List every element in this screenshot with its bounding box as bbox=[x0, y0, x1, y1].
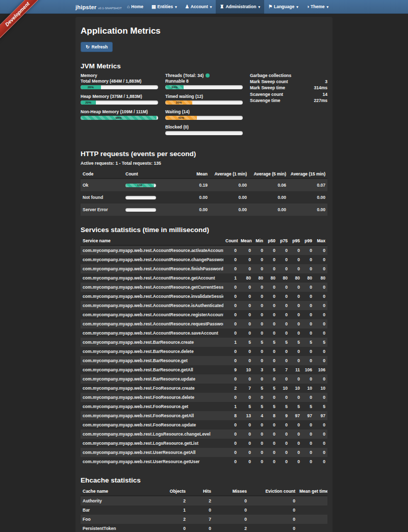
jvm-metrics-heading: JVM Metrics bbox=[81, 62, 327, 70]
nav-item-entities[interactable]: ▤Entities▾ bbox=[147, 0, 181, 14]
http-code-cell: Not found bbox=[81, 191, 123, 204]
service-value-cell: 0 bbox=[314, 255, 327, 264]
chevron-down-icon: ▾ bbox=[175, 0, 177, 14]
http-value-cell: 0.00 bbox=[210, 204, 249, 216]
nav-item-theme[interactable]: ◑Theme▾ bbox=[302, 0, 333, 14]
table-header: Cache nameObjectsHitsMissesEviction coun… bbox=[81, 487, 327, 496]
threads-column: Threads (Total: 34) Runnable 824%Timed w… bbox=[165, 73, 243, 140]
cache-name-cell: Foo bbox=[81, 515, 157, 524]
service-value-cell: 0 bbox=[223, 245, 239, 255]
service-value-cell: 5 bbox=[314, 338, 327, 347]
service-value-cell: 5 bbox=[265, 384, 277, 393]
table-row: com.mycompany.myapp.web.rest.UserResourc… bbox=[81, 457, 327, 466]
refresh-button[interactable]: ↻ Refresh bbox=[81, 42, 113, 52]
jvm-metric: Total Memory (484M / 1,883M)26% bbox=[81, 79, 158, 89]
http-value-cell: 0.00 bbox=[288, 204, 327, 216]
nav-item-language[interactable]: ⚑Language▾ bbox=[264, 0, 302, 14]
nav-item-administration[interactable]: ♜Administration▾ bbox=[216, 0, 264, 14]
service-value-cell: 11 bbox=[290, 365, 302, 374]
nav-item-account[interactable]: ♟Account▾ bbox=[181, 0, 216, 14]
service-value-cell: 0 bbox=[290, 457, 302, 466]
service-value-cell: 0 bbox=[223, 457, 239, 466]
service-value-cell: 0 bbox=[239, 457, 253, 466]
service-value-cell: 5 bbox=[290, 338, 302, 347]
cache-value-cell: 0 bbox=[249, 505, 297, 515]
threads-heading: Threads (Total: 34) bbox=[165, 73, 243, 78]
gc-row: Mark Sweep time314ms bbox=[250, 85, 327, 91]
cache-value-cell: 1 bbox=[157, 505, 188, 515]
service-value-cell: 0 bbox=[290, 245, 302, 255]
page-title: Application Metrics bbox=[81, 26, 327, 36]
table-row: com.mycompany.myapp.web.rest.AccountReso… bbox=[81, 292, 327, 301]
column-header: p75 bbox=[277, 237, 290, 245]
service-value-cell: 13 bbox=[239, 411, 253, 420]
service-value-cell: 0 bbox=[290, 347, 302, 356]
gc-value: 14 bbox=[323, 91, 327, 97]
service-name-cell: com.mycompany.myapp.web.rest.AccountReso… bbox=[81, 264, 223, 273]
service-value-cell: 0 bbox=[302, 328, 314, 338]
service-value-cell: 0 bbox=[277, 255, 290, 264]
column-header: Misses bbox=[213, 487, 249, 496]
service-value-cell: 9 bbox=[223, 365, 239, 374]
table-row: com.mycompany.myapp.web.rest.BarResource… bbox=[81, 365, 327, 374]
metric-label: Non-Heap Memory (109M / 111M) bbox=[81, 109, 158, 114]
service-value-cell: 0 bbox=[290, 374, 302, 384]
service-value-cell: 5 bbox=[277, 338, 290, 347]
service-value-cell: 5 bbox=[253, 384, 265, 393]
service-value-cell: 0 bbox=[302, 301, 314, 310]
http-value-cell: 0.07 bbox=[288, 179, 327, 191]
service-value-cell: 0 bbox=[277, 319, 290, 328]
service-name-cell: com.mycompany.myapp.web.rest.LogsResourc… bbox=[81, 429, 223, 439]
service-value-cell: 0 bbox=[302, 319, 314, 328]
gc-value: 3 bbox=[325, 79, 327, 85]
nav-item-home[interactable]: ⌂Home bbox=[123, 0, 147, 14]
service-value-cell: 106 bbox=[314, 365, 327, 374]
service-value-cell: 0 bbox=[277, 301, 290, 310]
service-name-cell: com.mycompany.myapp.web.rest.LogsResourc… bbox=[81, 439, 223, 448]
table-row: Server Error0.000.000.000.00 bbox=[81, 204, 327, 216]
table-row: com.mycompany.myapp.web.rest.AccountReso… bbox=[81, 264, 327, 273]
service-name-cell: com.mycompany.myapp.web.rest.AccountReso… bbox=[81, 328, 223, 338]
http-requests-table: CodeCountMeanAverage (1 min)Average (5 m… bbox=[81, 170, 327, 216]
table-body: Ok1320.190.000.060.07Not found0.000.000.… bbox=[81, 179, 327, 216]
cache-value-cell: 0 bbox=[249, 515, 297, 524]
brand[interactable]: jhipster v0.1-SNAPSHOT bbox=[75, 4, 122, 10]
service-value-cell: 5 bbox=[302, 338, 314, 347]
service-value-cell: 0 bbox=[239, 420, 253, 429]
service-value-cell: 0 bbox=[314, 439, 327, 448]
service-value-cell: 0 bbox=[277, 328, 290, 338]
table-row: com.mycompany.myapp.web.rest.BarResource… bbox=[81, 374, 327, 384]
column-header: Code bbox=[81, 170, 123, 179]
service-value-cell: 5 bbox=[239, 402, 253, 411]
service-value-cell: 0 bbox=[223, 439, 239, 448]
http-code-cell: Server Error bbox=[81, 204, 123, 216]
service-name-cell: com.mycompany.myapp.web.rest.AccountReso… bbox=[81, 273, 223, 283]
column-header: Cache name bbox=[81, 487, 157, 496]
service-value-cell: 0 bbox=[253, 374, 265, 384]
entities-list-icon: ▤ bbox=[151, 5, 156, 9]
service-value-cell: 8 bbox=[265, 411, 277, 420]
cache-value-cell: 0 bbox=[213, 515, 249, 524]
service-value-cell: 0 bbox=[223, 264, 239, 273]
column-header: Objects bbox=[157, 487, 188, 496]
metric-label: Blocked (0) bbox=[165, 124, 243, 130]
service-value-cell: 0 bbox=[253, 439, 265, 448]
metric-progress-bar: 26% bbox=[81, 85, 158, 89]
service-value-cell: 0 bbox=[253, 347, 265, 356]
http-count-bar: 132 bbox=[125, 184, 156, 187]
service-value-cell: 0 bbox=[223, 448, 239, 457]
service-value-cell: 0 bbox=[290, 283, 302, 292]
cache-value-cell bbox=[297, 515, 327, 524]
metric-progress-bar: 35% bbox=[165, 100, 243, 105]
table-row: Foo2700 bbox=[81, 515, 327, 524]
service-value-cell: 0 bbox=[290, 255, 302, 264]
service-value-cell: 0 bbox=[223, 319, 239, 328]
thread-dump-icon[interactable] bbox=[206, 73, 210, 78]
service-value-cell: 0 bbox=[277, 310, 290, 319]
service-value-cell: 0 bbox=[290, 292, 302, 301]
service-value-cell: 0 bbox=[265, 439, 277, 448]
service-value-cell: 0 bbox=[302, 292, 314, 301]
ehcache-statistics-table: Cache nameObjectsHitsMissesEviction coun… bbox=[81, 487, 327, 532]
column-header: p95 bbox=[290, 237, 302, 245]
service-value-cell: 0 bbox=[223, 420, 239, 429]
